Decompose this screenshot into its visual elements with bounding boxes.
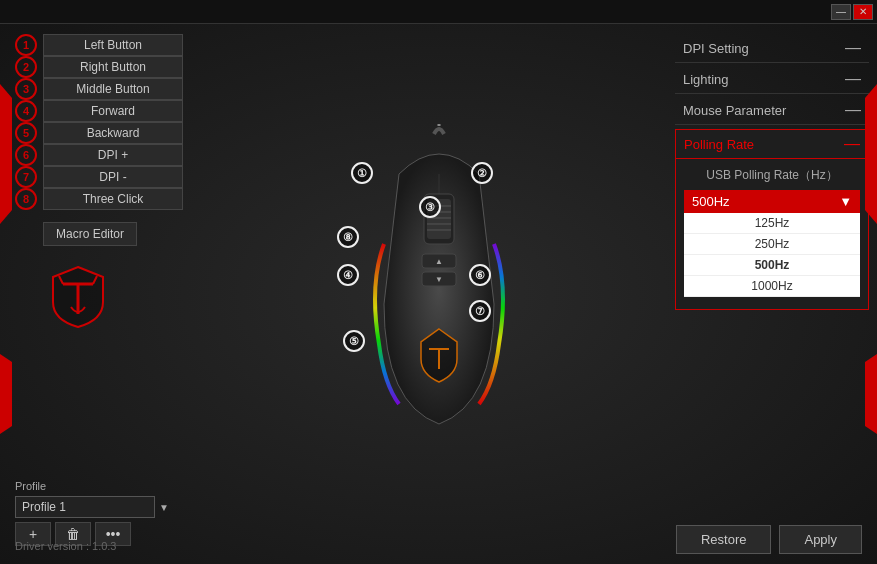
lighting-section-toggle: — — [845, 71, 861, 87]
polling-option-1000[interactable]: 1000Hz — [684, 276, 860, 297]
center-panel: ▲ ▼ ① ② ③ ④ — [230, 24, 667, 564]
button-number-6: 6 — [15, 144, 37, 166]
button-row-3: 3Middle Button — [15, 78, 215, 100]
mouse-label-6: ⑥ — [469, 264, 491, 286]
button-row-1: 1Left Button — [15, 34, 215, 56]
dpi-section-toggle: — — [845, 40, 861, 56]
lighting-section-label: Lighting — [683, 72, 729, 87]
button-label-6[interactable]: DPI + — [43, 144, 183, 166]
button-row-5: 5Backward — [15, 122, 215, 144]
profile-dropdown-arrow-icon: ▼ — [159, 502, 169, 513]
version-text: Driver version : 1.0.3 — [15, 540, 116, 552]
minimize-button[interactable]: — — [831, 4, 851, 20]
mouse-label-3: ③ — [419, 196, 441, 218]
polling-options-list: 125Hz 250Hz 500Hz 1000Hz — [684, 213, 860, 297]
polling-rate-section: Polling Rate — USB Polling Rate（Hz） 500H… — [675, 129, 869, 310]
button-row-7: 7DPI - — [15, 166, 215, 188]
macro-editor-button[interactable]: Macro Editor — [43, 222, 137, 246]
polling-option-500[interactable]: 500Hz — [684, 255, 860, 276]
button-row-4: 4Forward — [15, 100, 215, 122]
button-row-8: 8Three Click — [15, 188, 215, 210]
dpi-section-label: DPI Setting — [683, 41, 749, 56]
button-label-5[interactable]: Backward — [43, 122, 183, 144]
polling-hz-label: USB Polling Rate（Hz） — [684, 167, 860, 184]
button-label-7[interactable]: DPI - — [43, 166, 183, 188]
button-number-4: 4 — [15, 100, 37, 122]
svg-text:▲: ▲ — [435, 257, 443, 266]
right-deco-bottom — [865, 354, 877, 434]
button-label-8[interactable]: Three Click — [43, 188, 183, 210]
left-deco-top — [0, 84, 12, 224]
lighting-section[interactable]: Lighting — — [675, 65, 869, 94]
profile-select-row: Profile 1 Profile 2 Profile 3 ▼ — [15, 496, 215, 518]
dpi-setting-section[interactable]: DPI Setting — — [675, 34, 869, 63]
button-row-2: 2Right Button — [15, 56, 215, 78]
mouse-diagram: ▲ ▼ ① ② ③ ④ — [309, 104, 589, 484]
button-number-1: 1 — [15, 34, 37, 56]
right-panel: DPI Setting — Lighting — Mouse Parameter… — [667, 24, 877, 564]
button-number-5: 5 — [15, 122, 37, 144]
mouse-param-section-label: Mouse Parameter — [683, 103, 786, 118]
main-container: 1Left Button2Right Button3Middle Button4… — [0, 24, 877, 564]
button-number-2: 2 — [15, 56, 37, 78]
mouse-param-section-toggle: — — [845, 102, 861, 118]
apply-button[interactable]: Apply — [779, 525, 862, 554]
title-bar: — ✕ — [0, 0, 877, 24]
mouse-label-5: ⑤ — [343, 330, 365, 352]
brand-logo — [43, 262, 113, 332]
close-button[interactable]: ✕ — [853, 4, 873, 20]
polling-dropdown-arrow-icon: ▼ — [839, 194, 852, 209]
left-deco-bottom — [0, 354, 12, 434]
mouse-label-4: ④ — [337, 264, 359, 286]
polling-rate-toggle: — — [844, 136, 860, 152]
mouse-label-8: ⑧ — [337, 226, 359, 248]
button-rows-container: 1Left Button2Right Button3Middle Button4… — [15, 34, 215, 210]
svg-text:▼: ▼ — [435, 275, 443, 284]
right-deco-top — [865, 84, 877, 224]
bottom-bar: Restore Apply — [676, 525, 862, 554]
polling-option-250[interactable]: 250Hz — [684, 234, 860, 255]
button-label-3[interactable]: Middle Button — [43, 78, 183, 100]
restore-button[interactable]: Restore — [676, 525, 772, 554]
mouse-label-1: ① — [351, 162, 373, 184]
mouse-label-2: ② — [471, 162, 493, 184]
polling-selected-text: 500Hz — [692, 194, 730, 209]
polling-rate-header[interactable]: Polling Rate — — [676, 130, 868, 159]
left-panel: 1Left Button2Right Button3Middle Button4… — [0, 24, 230, 564]
button-number-7: 7 — [15, 166, 37, 188]
mouse-param-section[interactable]: Mouse Parameter — — [675, 96, 869, 125]
polling-option-125[interactable]: 125Hz — [684, 213, 860, 234]
polling-dropdown: 500Hz ▼ 125Hz 250Hz 500Hz 1000Hz — [684, 190, 860, 297]
mouse-label-7: ⑦ — [469, 300, 491, 322]
profile-label: Profile — [15, 480, 215, 492]
button-label-1[interactable]: Left Button — [43, 34, 183, 56]
polling-rate-label: Polling Rate — [684, 137, 754, 152]
button-label-2[interactable]: Right Button — [43, 56, 183, 78]
button-number-3: 3 — [15, 78, 37, 100]
polling-content: USB Polling Rate（Hz） 500Hz ▼ 125Hz 250Hz… — [676, 159, 868, 309]
button-label-4[interactable]: Forward — [43, 100, 183, 122]
profile-select[interactable]: Profile 1 Profile 2 Profile 3 — [15, 496, 155, 518]
button-row-6: 6DPI + — [15, 144, 215, 166]
polling-selected-value[interactable]: 500Hz ▼ — [684, 190, 860, 213]
button-number-8: 8 — [15, 188, 37, 210]
